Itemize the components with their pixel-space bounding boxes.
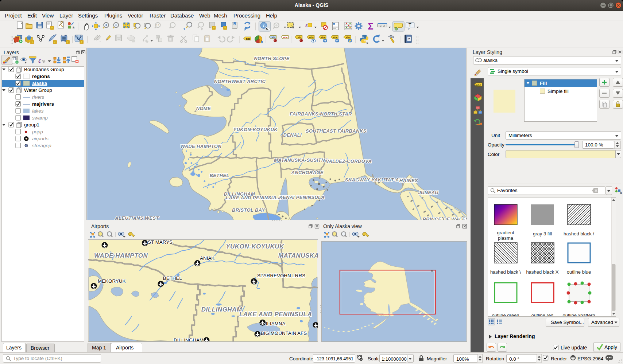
svg-text:NORTH SLOPE: NORTH SLOPE — [254, 56, 290, 61]
svg-text:abc: abc — [476, 83, 481, 87]
svg-text:ALEUTIANS WEST: ALEUTIANS WEST — [115, 215, 159, 220]
svg-text:ILIAMNA: ILIAMNA — [266, 321, 286, 326]
svg-text:SPARREVOHN LRRS: SPARREVOHN LRRS — [257, 273, 305, 278]
svg-text:ST MARYS: ST MARYS — [148, 239, 173, 245]
svg-text:hashed black X: hashed black X — [526, 269, 559, 275]
svg-text:gray 3 fill: gray 3 fill — [533, 231, 552, 236]
svg-text:✈: ✈ — [25, 137, 28, 141]
svg-text:outline xpattern: outline xpattern — [563, 313, 595, 316]
svg-text:hashed black /: hashed black / — [564, 231, 594, 236]
svg-text:abc: abc — [283, 36, 288, 39]
svg-text:SKAGWAY-YAKUTAT-ANG: SKAGWAY-YAKUTAT-ANG — [345, 177, 406, 183]
svg-text:KENAI PENINSULA: KENAI PENINSULA — [279, 195, 325, 200]
svg-text:plasma: plasma — [498, 235, 514, 241]
svg-text:DILLINGHAM: DILLINGHAM — [201, 306, 242, 313]
svg-text:hashed black \: hashed black \ — [490, 269, 521, 275]
svg-text:ε: ε — [305, 23, 308, 28]
svg-text:MATANUSKA-SUSITNA: MATANUSKA-SUSITNA — [274, 157, 328, 163]
svg-text:BETHEL: BETHEL — [163, 275, 182, 281]
svg-text:ab: ab — [298, 36, 301, 39]
svg-text:abc: abc — [321, 36, 326, 39]
svg-text:MEKORYUK: MEKORYUK — [98, 278, 125, 284]
svg-text:outline blue: outline blue — [567, 269, 591, 275]
svg-text:ANCHORAGE: ANCHORAGE — [291, 170, 323, 175]
svg-text:abc: abc — [346, 36, 351, 39]
svg-text:gradient: gradient — [497, 230, 514, 235]
svg-text:LAKE AND PENINSULA: LAKE AND PENINSULA — [239, 311, 312, 318]
svg-text:HAINES: HAINES — [399, 178, 418, 183]
svg-text:LAKE AND PENINSULA: LAKE AND PENINSULA — [226, 195, 281, 200]
svg-text:ab: ab — [272, 36, 275, 39]
svg-text:YUKON-KOYUKUK: YUKON-KOYUKUK — [226, 243, 285, 250]
svg-text:abc: abc — [246, 37, 251, 40]
svg-text:SOUTHEAST FAIRBANKS: SOUTHEAST FAIRBANKS — [306, 128, 366, 134]
svg-text:i: i — [263, 23, 264, 28]
svg-text:T: T — [409, 23, 411, 28]
svg-text:NORTHWEST ARCTIC: NORTHWEST ARCTIC — [214, 79, 266, 84]
svg-text:BETHEL: BETHEL — [210, 173, 229, 178]
svg-text:PRINCE OF WALES: PRINCE OF WALES — [423, 216, 467, 220]
svg-text:DILLINGHAM: DILLINGHAM — [174, 337, 204, 342]
svg-text:a: a — [620, 191, 622, 194]
svg-text:WADE HAMPTON: WADE HAMPTON — [94, 252, 148, 259]
svg-text:BRISTOL BAY: BRISTOL BAY — [232, 207, 266, 213]
svg-text:outline green: outline green — [492, 313, 519, 316]
svg-text:abc: abc — [333, 36, 338, 39]
svg-text:DENALI: DENALI — [283, 132, 302, 138]
svg-text:FAIRBANKS NORTH STAR: FAIRBANKS NORTH STAR — [290, 111, 352, 117]
svg-text:a: a — [73, 25, 75, 29]
svg-text:YUKON-KOYUKUK: YUKON-KOYUKUK — [233, 127, 278, 132]
svg-text:outline red: outline red — [531, 313, 554, 316]
svg-text:BIG MOUNTAIN AFS: BIG MOUNTAIN AFS — [261, 330, 307, 336]
svg-text:MATANUSKA-SUS: MATANUSKA-SUS — [278, 252, 318, 259]
svg-text:1:1: 1:1 — [156, 24, 159, 27]
svg-text:WADE HAMPTON: WADE HAMPTON — [181, 144, 222, 149]
svg-text:abc: abc — [309, 36, 314, 39]
svg-text:?: ? — [408, 37, 410, 41]
svg-text:ANIAK: ANIAK — [200, 255, 214, 261]
svg-text:VALDEZ-CORDOVA: VALDEZ-CORDOVA — [326, 158, 372, 164]
svg-text:Σ: Σ — [368, 21, 374, 31]
svg-text:NOME: NOME — [196, 106, 211, 111]
svg-text:JUNEAU: JUNEAU — [418, 190, 438, 195]
